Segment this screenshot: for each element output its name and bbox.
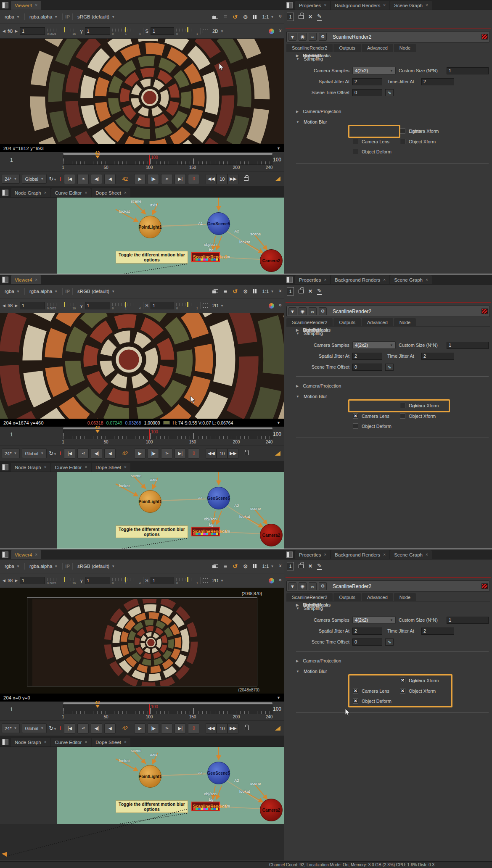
transport-back-button[interactable]: ⋖: [77, 174, 89, 184]
panel-menu-icon[interactable]: [2, 190, 8, 196]
node-tab[interactable]: Advanced: [362, 318, 393, 326]
monitor-output-icon[interactable]: [212, 564, 218, 568]
timeline-ruler[interactable]: [63, 705, 272, 714]
node-tab[interactable]: Node: [394, 318, 416, 326]
pause-icon[interactable]: [253, 15, 257, 19]
properties-tab[interactable]: Properties×: [295, 275, 330, 284]
properties-tab[interactable]: Scene Graph×: [390, 550, 432, 559]
close-icon[interactable]: ×: [44, 740, 47, 744]
loop-mode-icon[interactable]: ↻▼: [49, 450, 57, 456]
playhead[interactable]: [149, 155, 150, 165]
motion-blur-option[interactable]: Camera Lens: [353, 139, 389, 144]
node-tab[interactable]: ScanlineRender2: [286, 593, 333, 601]
collapsed-group-header[interactable]: ▶ Scene Masks: [296, 602, 331, 607]
tab-viewer4[interactable]: Viewer4 ×: [11, 1, 41, 10]
transport-back-button[interactable]: |◀: [64, 449, 75, 459]
node-tab[interactable]: ScanlineRender2: [286, 318, 333, 326]
frame-decrement-button[interactable]: ◀◀: [206, 174, 217, 184]
close-icon[interactable]: ×: [124, 740, 127, 744]
gain-next-icon[interactable]: ▶: [15, 303, 18, 308]
collapse-chevrons-icon[interactable]: «: [278, 580, 283, 582]
menu-icon[interactable]: ≡: [224, 15, 227, 19]
camera-projection-group[interactable]: ▶ Camera/Projection: [296, 658, 341, 663]
scene-time-offset-input[interactable]: 0: [352, 638, 382, 646]
close-icon[interactable]: ×: [85, 465, 87, 470]
pause-icon[interactable]: [253, 289, 257, 293]
properties-tab[interactable]: Properties×: [295, 550, 330, 559]
close-icon[interactable]: ×: [44, 465, 47, 470]
gain-input[interactable]: 1: [20, 577, 45, 584]
fps-dropdown[interactable]: 24*▼: [2, 449, 20, 458]
gamma-input[interactable]: 1: [85, 577, 110, 584]
checkbox[interactable]: [353, 423, 358, 429]
transport-back-button[interactable]: ◀: [104, 449, 116, 459]
curve-icon[interactable]: ∿: [385, 638, 394, 646]
zoom-level-dropdown[interactable]: 1:1▼: [262, 289, 274, 294]
wrench-icon[interactable]: ⚙: [319, 307, 327, 315]
node-pointlight[interactable]: PointLight1: [139, 490, 161, 513]
close-icon[interactable]: ×: [426, 3, 428, 8]
unlock-icon[interactable]: [299, 15, 304, 19]
transport-forward-button[interactable]: ⋗: [161, 723, 172, 733]
panel-menu-icon[interactable]: [2, 2, 8, 8]
loop-mode-icon[interactable]: ↻▼: [49, 176, 57, 182]
node-camera[interactable]: Camera2: [260, 524, 283, 546]
lock-icon[interactable]: [244, 452, 249, 455]
lock-icon[interactable]: [244, 727, 249, 730]
zoom-level-dropdown[interactable]: 1:1▼: [262, 14, 274, 19]
close-icon[interactable]: ×: [124, 465, 127, 470]
frame-increment-value[interactable]: 10: [217, 723, 227, 733]
node-color-badge[interactable]: [481, 583, 488, 589]
motion-blur-option[interactable]: ✕ Camera Lens: [353, 413, 389, 419]
transport-forward-button[interactable]: ▶|: [175, 723, 186, 733]
collapse-chevrons-icon[interactable]: «: [278, 30, 283, 32]
refresh-icon[interactable]: ↺: [233, 563, 238, 570]
close-all-icon[interactable]: ✕: [308, 563, 312, 569]
loop-mode-icon[interactable]: ↻▼: [49, 725, 57, 731]
roi-icon[interactable]: [203, 578, 208, 583]
node-tab[interactable]: Advanced: [362, 44, 393, 52]
checkbox[interactable]: [353, 149, 358, 154]
gain-input[interactable]: 1: [20, 27, 45, 35]
collapse-chevrons-icon[interactable]: «: [278, 305, 283, 307]
node-tab[interactable]: ScanlineRender2: [286, 44, 333, 52]
unlock-icon[interactable]: [299, 565, 304, 568]
panel-stack-count[interactable]: 1: [287, 287, 294, 295]
panel-stack-count[interactable]: 1: [287, 13, 294, 21]
wrench-icon[interactable]: ⚙: [319, 582, 327, 590]
close-icon[interactable]: ×: [426, 552, 428, 557]
spatial-jitter-input[interactable]: 2: [352, 628, 382, 635]
close-icon[interactable]: ×: [35, 3, 37, 8]
motion-blur-option[interactable]: Object Deform: [353, 149, 391, 154]
close-all-icon[interactable]: ✕: [308, 14, 312, 20]
saturation-slider[interactable]: 0 1: [176, 576, 198, 585]
node-scanlinerender[interactable]: ScanlineRender2: [191, 527, 220, 536]
transport-back-button[interactable]: ◀|: [91, 449, 102, 459]
close-all-icon[interactable]: ✕: [308, 288, 312, 294]
time-jitter-input[interactable]: 2: [421, 78, 454, 85]
close-icon[interactable]: ×: [35, 552, 37, 557]
node-glasses-icon[interactable]: ∞: [309, 307, 317, 315]
transport-back-button[interactable]: ◀|: [91, 174, 102, 184]
input-process-button[interactable]: IP: [65, 14, 70, 19]
gain-slider[interactable]: 0.0625 16: [47, 576, 76, 585]
center-node-icon[interactable]: ◉: [299, 33, 307, 41]
properties-tab[interactable]: Background Renders×: [331, 550, 389, 559]
transport-back-button[interactable]: |◀: [64, 174, 75, 184]
close-icon[interactable]: ×: [426, 277, 428, 282]
node-scanlinerender[interactable]: ScanlineRender2: [191, 802, 220, 811]
node-geoscene[interactable]: GeoScene5: [207, 212, 230, 235]
tab-viewer4[interactable]: Viewer4 ×: [11, 275, 41, 284]
pencil-icon[interactable]: ✎: [317, 562, 322, 570]
frame-advance-button[interactable]: ▶▶: [227, 723, 238, 733]
layer-dropdown[interactable]: rgba.alpha▼: [27, 563, 60, 570]
chevron-down-icon[interactable]: ▼: [277, 146, 280, 150]
gain-prev-icon[interactable]: ◀: [3, 29, 5, 33]
editor-tab[interactable]: Curve Editor×: [51, 738, 91, 747]
panel-menu-icon[interactable]: [286, 2, 293, 8]
properties-tab[interactable]: Properties×: [295, 1, 330, 10]
collapse-chevrons-icon[interactable]: «: [278, 16, 283, 18]
close-icon[interactable]: ×: [85, 190, 87, 195]
frame-increment-value[interactable]: 10: [217, 449, 227, 459]
node-glasses-icon[interactable]: ∞: [309, 33, 317, 41]
